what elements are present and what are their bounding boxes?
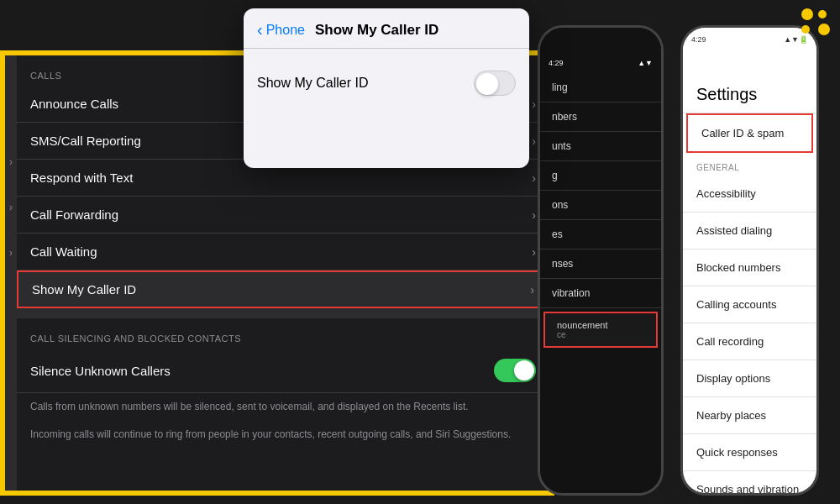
android-phone-right: 4:29 ▲▼🔋 Settings Caller ID & spam GENER… <box>680 25 819 496</box>
call-waiting-chevron: › <box>532 245 536 259</box>
android-right-item-assisted[interactable]: Assisted dialing <box>683 213 816 249</box>
ios-modal-content: Show My Caller ID <box>244 49 529 118</box>
android-phone-left: 4:29 ▲▼ ling nbers unts g ons es nses vi… <box>538 25 664 496</box>
android-status-bar-left: 4:29 ▲▼ <box>540 53 661 73</box>
android-status-icons-left: ▲▼ <box>638 59 653 67</box>
android-status-bar-right: 4:29 ▲▼🔋 <box>683 28 816 51</box>
android-left-item-8[interactable]: vibration <box>540 279 661 308</box>
silence-unknown-callers-item[interactable]: Silence Unknown Callers <box>17 349 549 393</box>
respond-with-text-right: › <box>532 171 536 185</box>
android-announcement-label: nouncement <box>557 320 644 330</box>
android-right-header: Settings <box>683 51 816 113</box>
android-right-item-accessibility[interactable]: Accessibility <box>683 176 816 213</box>
android-left-item-2[interactable]: nbers <box>540 102 661 132</box>
android-right-item-calling[interactable]: Calling accounts <box>683 286 816 323</box>
android-right-item-display[interactable]: Display options <box>683 360 816 397</box>
chevron-indicator-3: › <box>9 247 13 259</box>
android-time-left: 4:29 <box>549 59 564 67</box>
ios-caller-id-toggle[interactable] <box>474 71 516 96</box>
sms-call-reporting-label: SMS/Call Reporting <box>30 134 141 148</box>
show-caller-id-right: › <box>530 283 534 297</box>
announce-calls-label: Announce Calls <box>30 97 118 111</box>
android-right-item-blocked[interactable]: Blocked numbers <box>683 249 816 286</box>
silence-toggle-knob <box>514 360 534 381</box>
android-announcement-sub: ce <box>557 330 644 339</box>
section-spacer <box>17 308 549 318</box>
call-forwarding-chevron: › <box>532 208 536 222</box>
logo-dot-3 <box>801 25 810 34</box>
logo-dot-2 <box>818 10 827 18</box>
call-waiting-label: Call Waiting <box>30 244 97 259</box>
logo-dot-4 <box>818 24 830 35</box>
respond-with-text-label: Respond with Text <box>30 171 133 185</box>
android-left-item-3[interactable]: unts <box>540 132 661 161</box>
silence-desc-1: Calls from unknown numbers will be silen… <box>17 393 549 421</box>
ios-modal-title: Show My Caller ID <box>315 22 438 39</box>
android-right-item-nearby[interactable]: Nearby places <box>683 397 816 434</box>
call-waiting-right: › <box>532 245 536 259</box>
android-left-item-1[interactable]: ling <box>540 73 661 102</box>
android-left-item-6[interactable]: es <box>540 220 661 249</box>
android-right-item-sounds[interactable]: Sounds and vibration <box>683 471 816 493</box>
silencing-section-header: CALL SILENCING AND BLOCKED CONTACTS <box>17 318 549 349</box>
logo-icon <box>801 8 832 35</box>
call-forwarding-right: › <box>532 208 536 222</box>
ios-toggle-knob <box>476 73 498 95</box>
ios-caller-id-label: Show My Caller ID <box>257 76 368 91</box>
android-settings-title: Settings <box>696 85 803 104</box>
left-chevron-strip: › › › <box>5 55 17 491</box>
logo-area <box>801 8 832 35</box>
android-caller-id-label: Caller ID & spam <box>701 127 784 139</box>
ios-modal: ‹ Phone Show My Caller ID Show My Caller… <box>244 8 529 168</box>
silence-toggle-container <box>494 359 536 382</box>
call-forwarding-item[interactable]: Call Forwarding › <box>17 197 549 234</box>
android-left-item-4[interactable]: g <box>540 161 661 191</box>
android-general-section: GENERAL <box>683 153 816 176</box>
android-left-item-7[interactable]: nses <box>540 249 661 279</box>
android-time-right: 4:29 <box>691 35 706 44</box>
chevron-indicator-2: › <box>9 202 13 213</box>
android-status-icons-right: ▲▼🔋 <box>784 35 808 44</box>
logo-dot-1 <box>801 8 813 20</box>
ios-back-label: Phone <box>266 23 305 38</box>
chevron-indicator: › <box>9 156 13 168</box>
ios-modal-header: ‹ Phone Show My Caller ID <box>244 8 529 49</box>
call-forwarding-label: Call Forwarding <box>30 207 118 222</box>
ios-modal-row: Show My Caller ID <box>257 62 516 104</box>
sms-call-reporting-chevron: › <box>532 134 536 148</box>
android-right-item-quick[interactable]: Quick responses <box>683 434 816 471</box>
silence-toggle[interactable] <box>494 359 536 382</box>
android-right-item-recording[interactable]: Call recording <box>683 323 816 360</box>
show-caller-id-item[interactable]: Show My Caller ID › <box>17 270 549 308</box>
android-announcement-highlighted[interactable]: nouncement ce <box>543 312 658 348</box>
announce-calls-chevron: › <box>532 97 536 111</box>
ios-back-button[interactable]: ‹ Phone <box>257 20 305 39</box>
call-waiting-item[interactable]: Call Waiting › <box>17 234 549 270</box>
android-left-item-5[interactable]: ons <box>540 191 661 220</box>
show-caller-id-chevron: › <box>530 283 534 297</box>
android-screen-left: 4:29 ▲▼ ling nbers unts g ons es nses vi… <box>540 28 661 493</box>
show-caller-id-label: Show My Caller ID <box>32 282 136 297</box>
silence-desc-2: Incoming calls will continue to ring fro… <box>17 421 549 449</box>
sms-call-reporting-right: › <box>532 134 536 148</box>
android-caller-id-item[interactable]: Caller ID & spam <box>686 113 813 153</box>
ios-back-chevron-icon: ‹ <box>257 20 263 39</box>
silence-unknown-callers-label: Silence Unknown Callers <box>30 364 171 378</box>
android-screen-right: 4:29 ▲▼🔋 Settings Caller ID & spam GENER… <box>683 28 816 493</box>
respond-with-text-chevron: › <box>532 171 536 185</box>
